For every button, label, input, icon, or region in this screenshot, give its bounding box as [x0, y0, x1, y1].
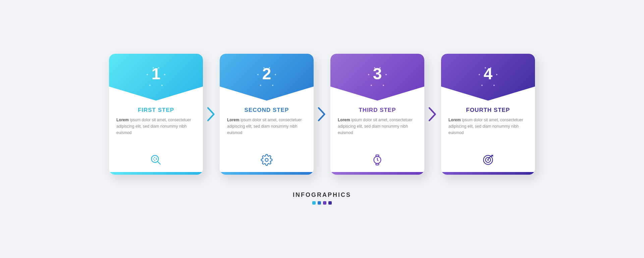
svg-point-2	[154, 157, 157, 160]
step2-desc-bold: Lorem	[227, 118, 239, 122]
arrow-3	[424, 104, 441, 124]
step4-desc-bold: Lorem	[448, 118, 461, 122]
svg-line-1	[158, 161, 161, 164]
step1-number: 1	[152, 66, 161, 82]
step2-title: SECOND STEP	[227, 107, 306, 114]
step2-footer-bar	[220, 172, 314, 175]
chevron-right-icon-2	[317, 106, 327, 123]
step-wrapper-3: 3 THIRD STEP Lorem ipsum dolor sit amet,…	[330, 54, 424, 175]
footer-dot-3	[323, 201, 326, 205]
chevron-right-icon-1	[206, 106, 216, 123]
step1-footer-bar	[109, 172, 203, 175]
step2-description: Lorem ipsum dolor sit amet, consectetuer…	[227, 117, 306, 136]
step2-icon-area	[227, 154, 306, 168]
footer-title: INFOGRAPHICS	[293, 191, 351, 199]
step2-body: SECOND STEP Lorem ipsum dolor sit amet, …	[220, 101, 314, 172]
step3-desc-bold: Lorem	[338, 118, 350, 122]
svg-rect-5	[376, 155, 379, 157]
step4-number-container: 4	[475, 64, 501, 91]
step2-header: 2	[220, 54, 314, 101]
step4-description: Lorem ipsum dolor sit amet, consectetuer…	[448, 117, 528, 136]
step1-body: FIRST STEP Lorem ipsum dolor sit amet, c…	[109, 101, 203, 172]
step4-icon-area	[448, 154, 528, 168]
step1-desc-bold: Lorem	[116, 118, 129, 122]
arrow-2	[314, 104, 330, 124]
step3-description: Lorem ipsum dolor sit amet, consectetuer…	[338, 117, 417, 136]
gear-icon	[261, 154, 273, 166]
step4-body: FOURTH STEP Lorem ipsum dolor sit amet, …	[441, 101, 535, 172]
search-light-icon	[150, 154, 162, 166]
step3-icon-area	[338, 154, 417, 168]
step-card-1: 1 FIRST STEP Lorem ipsum dolor sit amet,…	[109, 54, 203, 175]
footer-dot-4	[328, 201, 332, 205]
step2-number-container: 2	[253, 64, 280, 91]
step1-icon-area	[116, 154, 196, 168]
svg-point-9	[487, 159, 489, 161]
step3-body: THIRD STEP Lorem ipsum dolor sit amet, c…	[330, 101, 424, 172]
step-wrapper-4: 4 FOURTH STEP Lorem ipsum dolor sit amet…	[441, 54, 535, 175]
footer-dot-2	[318, 201, 321, 205]
arrow-1	[203, 104, 220, 124]
step1-header: 1	[109, 54, 203, 101]
step3-footer-bar	[330, 172, 424, 175]
svg-point-3	[265, 158, 268, 161]
step4-header: 4	[441, 54, 535, 101]
step-card-3: 3 THIRD STEP Lorem ipsum dolor sit amet,…	[330, 54, 424, 175]
step-card-2: 2 SECOND STEP Lorem ipsum dolor sit amet…	[220, 54, 314, 175]
step2-number: 2	[262, 66, 271, 82]
step1-title: FIRST STEP	[116, 107, 196, 114]
step4-title: FOURTH STEP	[448, 107, 528, 114]
step4-number: 4	[484, 66, 493, 82]
step1-number-container: 1	[143, 64, 169, 91]
step3-title: THIRD STEP	[338, 107, 417, 114]
step4-footer-bar	[441, 172, 535, 175]
step3-number-container: 3	[364, 64, 391, 91]
footer-section: INFOGRAPHICS	[293, 191, 351, 205]
footer-dots	[312, 201, 332, 205]
step3-number: 3	[373, 66, 382, 82]
footer-dot-1	[312, 201, 316, 205]
step-wrapper-1: 1 FIRST STEP Lorem ipsum dolor sit amet,…	[109, 54, 203, 175]
step3-header: 3	[330, 54, 424, 101]
target-icon	[482, 154, 494, 166]
svg-point-0	[152, 155, 159, 162]
svg-rect-6	[376, 163, 379, 165]
chevron-right-icon-3	[428, 106, 438, 123]
step1-description: Lorem ipsum dolor sit amet, consectetuer…	[116, 117, 196, 136]
step-wrapper-2: 2 SECOND STEP Lorem ipsum dolor sit amet…	[220, 54, 314, 175]
watch-icon	[371, 154, 383, 166]
infographic-main: 1 FIRST STEP Lorem ipsum dolor sit amet,…	[109, 54, 535, 175]
step-card-4: 4 FOURTH STEP Lorem ipsum dolor sit amet…	[441, 54, 535, 175]
